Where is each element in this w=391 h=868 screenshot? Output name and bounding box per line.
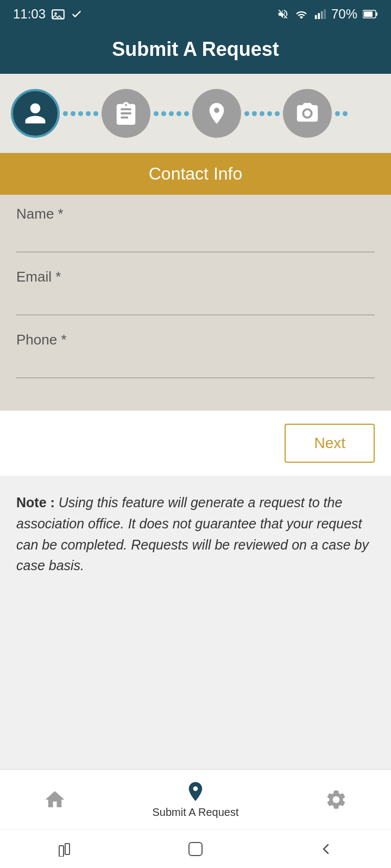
clipboard-icon	[113, 101, 138, 126]
stepper	[0, 74, 391, 153]
signal-icon	[314, 8, 326, 20]
location-pin-icon	[184, 780, 207, 803]
email-label: Email *	[16, 269, 375, 285]
system-back-button[interactable]	[312, 838, 339, 860]
phone-input[interactable]	[16, 354, 375, 378]
status-time: 11:03	[13, 7, 83, 22]
status-indicators: 70%	[277, 7, 378, 22]
svg-rect-7	[376, 12, 377, 16]
svg-rect-4	[321, 11, 323, 20]
svg-rect-2	[315, 15, 317, 19]
recent-apps-icon	[57, 841, 73, 857]
system-nav	[0, 829, 391, 868]
note-section: Note : Using this feature will generate …	[0, 476, 391, 681]
svg-rect-9	[59, 846, 64, 857]
next-button[interactable]: Next	[285, 424, 375, 463]
home-icon	[43, 788, 66, 811]
contact-form: Name * Email * Phone *	[0, 195, 391, 411]
dots-2-3	[150, 111, 192, 116]
note-text: Note : Using this feature will generate …	[16, 492, 375, 576]
dots-1-2	[60, 111, 102, 116]
home-button-icon	[187, 841, 204, 857]
step-circle-location	[192, 89, 241, 138]
step-circle-contact	[11, 89, 60, 138]
step-contact[interactable]	[11, 89, 60, 138]
phone-label: Phone *	[16, 331, 375, 348]
mute-icon	[277, 8, 289, 20]
nav-settings[interactable]	[314, 783, 358, 816]
person-icon	[23, 101, 48, 126]
camera-icon	[295, 101, 320, 126]
app-header: Submit A Request	[0, 28, 391, 74]
section-title: Contact Info	[149, 164, 243, 183]
nav-submit-request-label: Submit A Request	[153, 806, 239, 819]
note-body: Using this feature will generate a reque…	[16, 495, 369, 573]
svg-rect-10	[65, 844, 70, 854]
note-label: Note :	[16, 495, 55, 510]
svg-point-1	[55, 12, 57, 15]
svg-rect-3	[318, 13, 320, 19]
battery-icon	[363, 9, 378, 19]
system-recent-button[interactable]	[52, 838, 79, 860]
dots-trailing	[332, 111, 351, 116]
button-area: Next	[0, 411, 391, 476]
image-icon	[51, 8, 65, 20]
section-header: Contact Info	[0, 153, 391, 195]
step-circle-camera	[283, 89, 332, 138]
step-location[interactable]	[192, 89, 241, 138]
spacer	[0, 681, 391, 769]
name-field-container: Name *	[16, 206, 375, 252]
step-circle-clipboard	[102, 89, 150, 138]
step-camera[interactable]	[283, 89, 332, 138]
svg-rect-5	[324, 9, 326, 19]
bottom-nav: Submit A Request	[0, 769, 391, 829]
svg-rect-8	[364, 11, 373, 17]
location-icon	[204, 101, 229, 126]
name-label: Name *	[16, 206, 375, 222]
email-input[interactable]	[16, 291, 375, 315]
settings-icon	[325, 788, 348, 811]
name-input[interactable]	[16, 228, 375, 252]
status-bar: 11:03 70%	[0, 0, 391, 28]
email-field-container: Email *	[16, 269, 375, 315]
nav-submit-request[interactable]: Submit A Request	[142, 775, 250, 824]
phone-field-container: Phone *	[16, 331, 375, 378]
check-icon	[71, 8, 83, 20]
dots-3-4	[241, 111, 283, 116]
svg-rect-11	[189, 843, 202, 856]
back-button-icon	[318, 841, 333, 857]
system-home-button[interactable]	[182, 838, 209, 860]
nav-home[interactable]	[33, 783, 77, 816]
page-title: Submit A Request	[11, 38, 380, 61]
step-clipboard[interactable]	[102, 89, 150, 138]
wifi-icon	[294, 8, 308, 20]
